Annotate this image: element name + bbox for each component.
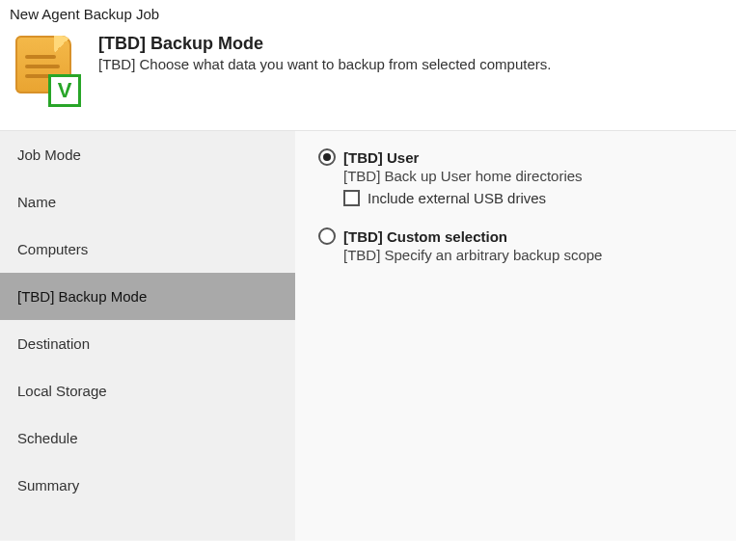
- sidebar-item-job-mode[interactable]: Job Mode: [0, 131, 295, 178]
- radio-icon: [318, 227, 336, 245]
- sidebar-item-summary[interactable]: Summary: [0, 462, 295, 509]
- sidebar-item-destination[interactable]: Destination: [0, 320, 295, 367]
- wizard-steps-sidebar: Job Mode Name Computers [TBD] Backup Mod…: [0, 130, 295, 541]
- sidebar-item-local-storage[interactable]: Local Storage: [0, 367, 295, 414]
- radio-user[interactable]: [TBD] User: [318, 148, 713, 166]
- option-custom-desc: [TBD] Specify an arbitrary backup scope: [343, 247, 713, 263]
- wizard-header: V [TBD] Backup Mode [TBD] Choose what da…: [0, 22, 736, 130]
- checkbox-include-usb[interactable]: Include external USB drives: [343, 190, 713, 206]
- sidebar-item-computers[interactable]: Computers: [0, 226, 295, 273]
- sidebar-item-backup-mode[interactable]: [TBD] Backup Mode: [0, 273, 295, 320]
- window-title: New Agent Backup Job: [0, 0, 736, 22]
- sidebar-item-name[interactable]: Name: [0, 178, 295, 226]
- option-custom-title: [TBD] Custom selection: [343, 228, 507, 245]
- v-badge-icon: V: [48, 74, 81, 107]
- header-text: [TBD] Backup Mode [TBD] Choose what data…: [85, 32, 551, 72]
- option-user: [TBD] User [TBD] Back up User home direc…: [318, 148, 713, 206]
- header-icon-wrap: V: [10, 32, 85, 107]
- radio-icon: [318, 148, 336, 166]
- option-user-title: [TBD] User: [343, 149, 419, 166]
- page-subtitle: [TBD] Choose what data you want to backu…: [98, 56, 551, 72]
- option-custom: [TBD] Custom selection [TBD] Specify an …: [318, 227, 713, 263]
- checkbox-include-usb-label: Include external USB drives: [368, 190, 546, 206]
- page-title: [TBD] Backup Mode: [98, 34, 551, 54]
- sidebar-item-schedule[interactable]: Schedule: [0, 414, 295, 462]
- checkbox-icon: [343, 190, 360, 206]
- content-pane: [TBD] User [TBD] Back up User home direc…: [295, 130, 736, 541]
- option-user-desc: [TBD] Back up User home directories: [343, 168, 713, 184]
- radio-custom[interactable]: [TBD] Custom selection: [318, 227, 713, 245]
